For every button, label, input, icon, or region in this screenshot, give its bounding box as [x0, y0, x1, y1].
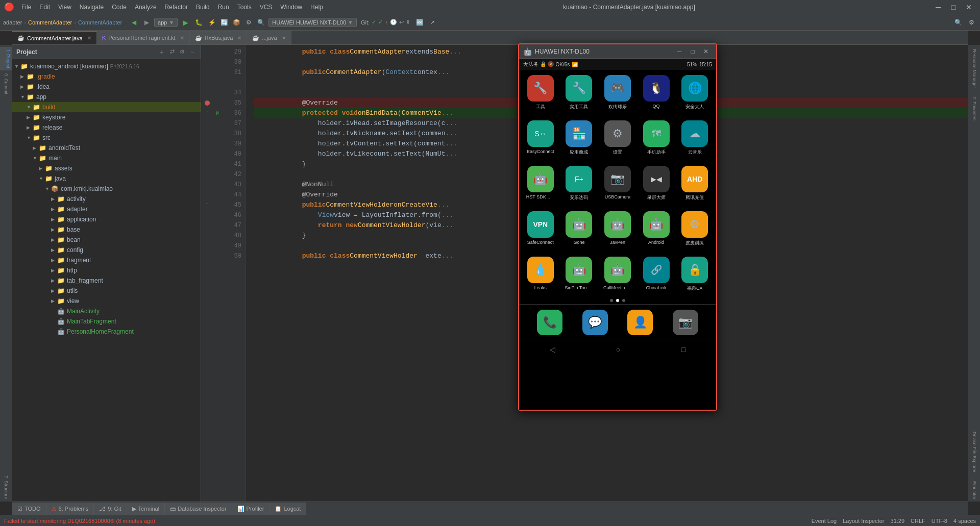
tree-gradle[interactable]: ▶ 📁 .gradle [12, 71, 201, 82]
btab-todo[interactable]: ☑ TODO [12, 503, 46, 515]
tab-close-personal-home[interactable]: ✕ [180, 35, 184, 41]
translate-icon[interactable]: 🔤 [414, 17, 426, 28]
emu-app-easyconnect[interactable]: S↔ EasyConnect [523, 120, 558, 156]
git-check2[interactable]: ✓ [378, 19, 383, 26]
emu-app-screen-record[interactable]: ▶◀ 录屏大师 [639, 166, 674, 201]
tree-app[interactable]: ▼ 📁 app [12, 92, 201, 102]
btab-terminal[interactable]: ▶ Terminal [127, 503, 165, 515]
tree-bean[interactable]: ▶ 📁 bean [12, 235, 201, 245]
tree-androidtest[interactable]: ▶ 📁 androidTest [12, 143, 201, 153]
menu-edit[interactable]: Edit [35, 3, 54, 12]
favorites-label[interactable]: 2: Favorites [971, 94, 978, 122]
close-button[interactable]: ✕ [962, 2, 976, 13]
toolbar-icon-4[interactable]: ⚙ [243, 17, 254, 28]
tree-idea[interactable]: ▶ 📁 .idea [12, 82, 201, 92]
breadcrumb-comment-adapter-method[interactable]: CommentAdapter [78, 19, 122, 26]
emulator-recents-button[interactable]: □ [681, 345, 685, 354]
emu-app-android[interactable]: 🤖 Android [639, 211, 674, 246]
emulator-home-button[interactable]: ○ [616, 345, 620, 354]
emu-app-fuca[interactable]: 🔒 福泉CA [677, 257, 712, 292]
tree-root[interactable]: ▼ 📁 kuaimiao_android [kuaimiao] E:\2021.… [12, 61, 201, 71]
breadcrumb-comment-adapter-class[interactable]: CommentAdapter [28, 19, 72, 26]
emu-app-javpen[interactable]: 🤖 JavPen [600, 211, 635, 246]
emu-app-usbcamera[interactable]: 📷 USBCamera [600, 166, 635, 201]
structure-sidebar-icon[interactable]: 7: Structure [3, 473, 10, 502]
sync-icon[interactable]: ⇄ [168, 48, 176, 56]
menu-refactor[interactable]: Refactor [161, 3, 192, 12]
emu-app-tencentpay[interactable]: AHD 腾讯充值 [677, 166, 712, 201]
forward-navigation-icon[interactable]: ▶ [141, 17, 152, 28]
minimize-button[interactable]: ─ [931, 2, 945, 13]
btab-logcat[interactable]: 📋 Logcat [270, 503, 306, 515]
gear-icon[interactable]: ⚙ [178, 48, 186, 56]
charset[interactable]: UTF-8 [932, 518, 947, 524]
dock-phone[interactable]: 📞 [537, 310, 562, 335]
emu-app-pipi[interactable]: ⚙ 皮皮训练 [677, 211, 712, 246]
emu-app-store[interactable]: 🏪 应用商城 [562, 120, 597, 156]
indent[interactable]: 4 spaces [953, 518, 976, 524]
tree-maintabfragment[interactable]: ▶ 🤖 MainTabFragment [12, 316, 201, 327]
git-push-icon[interactable]: ↑ [385, 19, 388, 26]
toolbar-icon-3[interactable]: 📦 [231, 17, 242, 28]
emulator-restore-button[interactable]: □ [687, 47, 699, 56]
emu-app-security[interactable]: 🌐 安全大人 [677, 75, 712, 110]
tab-other[interactable]: ☕ ...java ✕ [247, 31, 291, 44]
emu-app-sinpin[interactable]: 🤖 SinPin Tonghua [562, 257, 597, 292]
tab-close-comment-adapter[interactable]: ✕ [87, 35, 91, 41]
emu-app-utility[interactable]: 🔧 实用工具 [562, 75, 597, 110]
run-config-selector[interactable]: app ▼ [154, 18, 178, 27]
menu-analyze[interactable]: Analyze [131, 3, 161, 12]
dock-messages[interactable]: 💬 [582, 310, 608, 335]
git-pull-icon[interactable]: ⇩ [406, 19, 410, 26]
emu-app-chinalink[interactable]: 🔗 ChinaLink [639, 257, 674, 292]
emu-app-qq[interactable]: 🐧 QQ [639, 75, 674, 110]
run-button[interactable]: ▶ [180, 17, 191, 28]
emu-app-phonemanager[interactable]: 🗺 手机助手 [639, 120, 674, 156]
event-log-link[interactable]: Event Log [812, 518, 837, 524]
emulator-screen[interactable]: 无法务 🔒 🔕 OK/6s 📶 51% 15:15 🔧 工具 🔧 实用工具 🎮 … [519, 59, 716, 410]
resource-manager-label[interactable]: Resource Manager [971, 47, 978, 90]
settings-icon[interactable]: ⚙ [966, 17, 977, 28]
tree-release[interactable]: ▶ 📁 release [12, 122, 201, 133]
emu-app-settings[interactable]: ⚙ 设置 [600, 120, 635, 156]
emulator-back-button[interactable]: ◁ [550, 345, 555, 354]
emulator-close-button[interactable]: ✕ [700, 47, 712, 56]
git-revert-icon[interactable]: ↩ [399, 19, 404, 26]
menu-view[interactable]: View [54, 3, 76, 12]
add-file-icon[interactable]: + [158, 48, 166, 56]
back-navigation-icon[interactable]: ◀ [128, 17, 139, 28]
menu-navigate[interactable]: Navigate [76, 3, 108, 12]
tab-personal-home[interactable]: K PersonalHomeFragment.kt ✕ [97, 31, 190, 44]
maximize-button[interactable]: □ [946, 2, 961, 13]
emu-app-tools[interactable]: 🔧 工具 [523, 75, 558, 110]
tree-personalhome[interactable]: ▶ 🤖 PersonalHomeFragment [12, 327, 201, 337]
device-selector[interactable]: HUAWEI HUAWEI NXT-DL00 ▼ [268, 18, 357, 27]
tree-adapter[interactable]: ▶ 📁 adapter [12, 204, 201, 214]
layout-inspector-link[interactable]: Layout Inspector [843, 518, 884, 524]
emu-app-qrcode[interactable]: F+ 安乐达码 [562, 166, 597, 201]
tab-comment-adapter[interactable]: ☕ CommentAdapter.java ✕ [12, 31, 97, 44]
dock-contacts[interactable]: 👤 [627, 310, 653, 335]
tree-assets[interactable]: ▶ 📁 assets [12, 163, 201, 173]
tree-base[interactable]: ▶ 📁 base [12, 224, 201, 235]
commit-sidebar-icon[interactable]: 0: Commit [3, 71, 10, 96]
menu-run[interactable]: Run [214, 3, 233, 12]
tree-activity[interactable]: ▶ 📁 activity [12, 194, 201, 204]
tree-keystore[interactable]: ▶ 📁 keystore [12, 112, 201, 122]
emu-app-hst[interactable]: 🤖 HST SDK Demo [523, 166, 558, 201]
tab-close-other[interactable]: ✕ [282, 35, 286, 41]
menu-build[interactable]: Build [192, 3, 214, 12]
emu-app-gone[interactable]: 🤖 Gone [562, 211, 597, 246]
tree-application[interactable]: ▶ 📁 application [12, 214, 201, 224]
menu-window[interactable]: Window [276, 3, 306, 12]
tree-tab-fragment[interactable]: ▶ 📁 tab_fragment [12, 275, 201, 286]
btab-git[interactable]: ⎇ 9: Git [94, 503, 127, 515]
emu-app-game[interactable]: 🎮 欢街球乐 [600, 75, 635, 110]
tree-config[interactable]: ▶ 📁 config [12, 245, 201, 255]
emu-app-cloudmusic[interactable]: ☁ 云音乐 [677, 120, 712, 156]
menu-help[interactable]: Help [306, 3, 327, 12]
btab-problems[interactable]: ⚠ 6: Problems [46, 503, 94, 515]
debug-button[interactable]: 🐛 [193, 17, 204, 28]
menu-tools[interactable]: Tools [233, 3, 256, 12]
panel-collapse-icon[interactable]: – [188, 48, 197, 56]
